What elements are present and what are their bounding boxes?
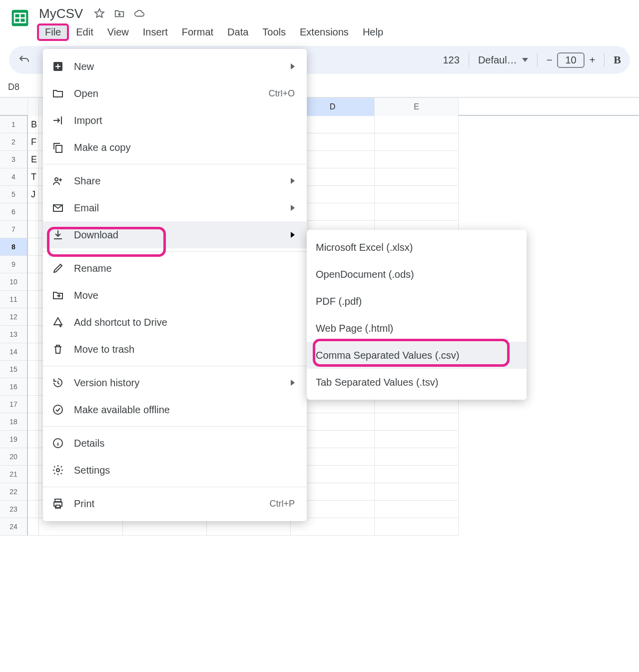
cell[interactable]: F — [28, 133, 39, 151]
row-header[interactable]: 15 — [0, 361, 28, 378]
cell[interactable] — [28, 518, 39, 536]
download-html[interactable]: Web Page (.html) — [307, 315, 527, 342]
cell[interactable] — [375, 431, 459, 448]
cell[interactable] — [28, 238, 39, 256]
cell[interactable] — [375, 483, 459, 501]
cell[interactable] — [28, 483, 39, 501]
menu-item-open[interactable]: Open Ctrl+O — [43, 80, 307, 107]
row-header[interactable]: 6 — [0, 203, 28, 221]
menu-item-rename[interactable]: Rename — [43, 255, 307, 282]
sheets-logo[interactable] — [9, 7, 31, 29]
download-tsv[interactable]: Tab Separated Values (.tsv) — [307, 369, 527, 396]
cell[interactable] — [28, 326, 39, 343]
cell[interactable] — [28, 273, 39, 291]
row-header[interactable]: 1 — [0, 116, 28, 133]
row-header[interactable]: 18 — [0, 413, 28, 431]
cell[interactable] — [28, 413, 39, 431]
row-header[interactable]: 17 — [0, 396, 28, 413]
row-header[interactable]: 5 — [0, 186, 28, 203]
cell[interactable] — [28, 378, 39, 396]
menu-edit[interactable]: Edit — [69, 24, 100, 40]
cell[interactable] — [375, 413, 459, 431]
row-header[interactable]: 14 — [0, 343, 28, 361]
cell[interactable] — [375, 466, 459, 483]
menu-item-settings[interactable]: Settings — [43, 457, 307, 484]
menu-tools[interactable]: Tools — [255, 24, 293, 40]
menu-view[interactable]: View — [100, 24, 136, 40]
cell[interactable] — [375, 448, 459, 466]
col-header[interactable]: E — [375, 98, 459, 116]
cell[interactable] — [28, 361, 39, 378]
cell[interactable]: J — [28, 186, 39, 203]
row-header[interactable]: 12 — [0, 308, 28, 326]
cell[interactable] — [28, 431, 39, 448]
cell[interactable] — [375, 518, 459, 536]
menu-item-share[interactable]: Share — [43, 167, 307, 194]
menu-file[interactable]: File — [37, 23, 69, 41]
cell[interactable] — [28, 308, 39, 326]
undo-icon[interactable] — [18, 54, 30, 66]
cell[interactable] — [28, 466, 39, 483]
doc-title[interactable]: MyCSV — [37, 5, 85, 22]
row-header[interactable]: 22 — [0, 483, 28, 501]
cell[interactable]: T — [28, 168, 39, 186]
menu-item-move[interactable]: Move — [43, 282, 307, 309]
number-format-button[interactable]: 123 — [443, 54, 460, 66]
menu-item-trash[interactable]: Move to trash — [43, 336, 307, 363]
menu-data[interactable]: Data — [220, 24, 255, 40]
cell[interactable] — [28, 396, 39, 413]
cell[interactable] — [375, 151, 459, 168]
menu-item-download[interactable]: Download — [43, 221, 307, 248]
menu-item-version-history[interactable]: Version history — [43, 369, 307, 396]
font-size-value[interactable]: 10 — [557, 52, 584, 68]
font-picker[interactable]: Defaul… — [478, 54, 528, 66]
menu-item-new[interactable]: New — [43, 53, 307, 80]
download-ods[interactable]: OpenDocument (.ods) — [307, 261, 527, 288]
cloud-status-icon[interactable] — [134, 8, 145, 19]
font-size-increase[interactable]: + — [590, 54, 596, 66]
select-all-corner[interactable] — [0, 98, 28, 116]
menu-item-import[interactable]: Import — [43, 107, 307, 134]
cell[interactable] — [28, 221, 39, 238]
row-header[interactable]: 24 — [0, 518, 28, 536]
cell[interactable] — [28, 203, 39, 221]
row-header[interactable]: 4 — [0, 168, 28, 186]
star-icon[interactable] — [94, 8, 105, 19]
row-header[interactable]: 8 — [0, 238, 28, 256]
cell[interactable] — [28, 448, 39, 466]
bold-button[interactable]: B — [614, 53, 621, 66]
row-header[interactable]: 11 — [0, 291, 28, 308]
cell[interactable] — [375, 186, 459, 203]
menu-format[interactable]: Format — [175, 24, 220, 40]
row-header[interactable]: 13 — [0, 326, 28, 343]
cell[interactable] — [375, 168, 459, 186]
cell[interactable] — [375, 501, 459, 518]
row-header[interactable]: 23 — [0, 501, 28, 518]
font-size-decrease[interactable]: − — [547, 54, 553, 66]
row-header[interactable]: 19 — [0, 431, 28, 448]
download-pdf[interactable]: PDF (.pdf) — [307, 288, 527, 315]
row-header[interactable]: 16 — [0, 378, 28, 396]
row-header[interactable]: 21 — [0, 466, 28, 483]
cell[interactable] — [28, 291, 39, 308]
col-header[interactable] — [28, 98, 39, 116]
cell[interactable] — [28, 256, 39, 273]
menu-extensions[interactable]: Extensions — [293, 24, 356, 40]
row-header[interactable]: 10 — [0, 273, 28, 291]
row-header[interactable]: 3 — [0, 151, 28, 168]
cell[interactable]: B — [28, 116, 39, 133]
row-header[interactable]: 2 — [0, 133, 28, 151]
cell[interactable] — [28, 343, 39, 361]
row-header[interactable]: 9 — [0, 256, 28, 273]
download-csv[interactable]: Comma Separated Values (.csv) — [307, 342, 527, 369]
menu-item-add-shortcut[interactable]: Add shortcut to Drive — [43, 309, 307, 336]
menu-insert[interactable]: Insert — [136, 24, 175, 40]
cell[interactable]: E — [28, 151, 39, 168]
menu-item-email[interactable]: Email — [43, 194, 307, 221]
menu-item-print[interactable]: Print Ctrl+P — [43, 490, 307, 517]
cell[interactable] — [375, 203, 459, 221]
download-xlsx[interactable]: Microsoft Excel (.xlsx) — [307, 234, 527, 261]
row-header[interactable]: 7 — [0, 221, 28, 238]
menu-item-details[interactable]: Details — [43, 430, 307, 457]
menu-help[interactable]: Help — [356, 24, 390, 40]
